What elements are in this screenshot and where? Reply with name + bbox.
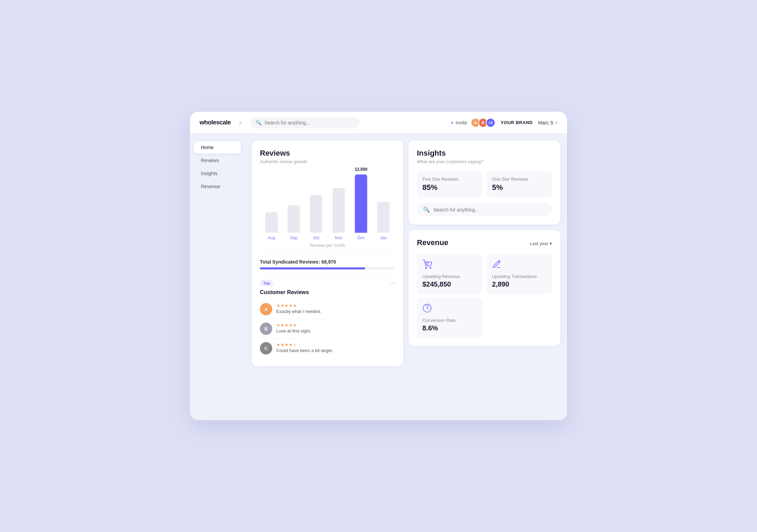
search-icon: 🔍 — [256, 120, 262, 125]
review-text-2: Love at first sight. — [276, 328, 311, 334]
bar-oct-fill — [310, 195, 322, 233]
chart-x-axis: Aug Sep Oct Nov Dec Jan — [260, 235, 395, 240]
expand-icon[interactable]: » — [236, 118, 245, 127]
right-column: Insights What are your customers saying?… — [409, 141, 560, 366]
month-oct: Oct — [308, 235, 324, 240]
one-star-label: One Star Reviews — [492, 177, 546, 182]
stars-3: ★★★★★ — [276, 342, 333, 347]
reviewer-avatar-1: A — [260, 303, 272, 315]
bar-aug-fill — [265, 212, 278, 233]
upselling-revenue-value: $245,850 — [422, 280, 477, 288]
conversion-rate-card: Conversion Rate 8.6% — [417, 298, 482, 338]
review-item-3: C ★★★★★ Could have been a bit larger. — [260, 339, 395, 358]
upselling-revenue-card: Upselling Revenue $245,850 — [417, 254, 482, 294]
bar-sep-fill — [288, 205, 300, 233]
month-nov: Nov — [331, 235, 347, 240]
five-star-value: 85% — [422, 183, 477, 192]
review-text-1: Exactly what I needed. — [276, 309, 321, 314]
revenue-grid: Upselling Revenue $245,850 Upselling Tra… — [417, 254, 552, 338]
invite-label: Invite — [456, 120, 467, 125]
chart-area: 12,500 — [260, 171, 395, 233]
reviews-subtitle: Authentic review growth — [260, 159, 395, 164]
user-info[interactable]: Marc S ▾ — [538, 120, 557, 125]
progress-bar-bg — [260, 267, 395, 269]
five-star-label: Five Star Reviews — [422, 177, 477, 182]
review-content-3: ★★★★★ Could have been a bit larger. — [276, 342, 333, 353]
header-search-input[interactable] — [264, 120, 355, 125]
upselling-revenue-label: Upselling Revenue — [422, 274, 477, 279]
month-aug: Aug — [263, 235, 279, 240]
month-jan: Jan — [375, 235, 392, 240]
bar-dec-fill: 12,500 — [355, 174, 367, 233]
month-sep: Sep — [286, 235, 302, 240]
revenue-card: Revenue Last year ▾ — [409, 230, 560, 346]
top-tag: Top — [260, 280, 273, 286]
chevron-down-icon: ▾ — [550, 241, 552, 246]
reviews-header: Top ··· — [260, 275, 395, 289]
reviewer-avatar-3: C — [260, 342, 272, 354]
sidebar-item-revenue[interactable]: Revenue — [194, 180, 241, 193]
invite-button[interactable]: + Invite — [451, 120, 467, 125]
progress-bar-fill — [260, 267, 365, 269]
review-text-3: Could have been a bit larger. — [276, 348, 333, 353]
avatar-count: +2 — [486, 118, 495, 128]
insights-subtitle: What are your customers saying? — [417, 159, 552, 164]
insights-card: Insights What are your customers saying?… — [409, 141, 560, 225]
main-layout: Home Reviews Insights Revenue Reviews Au… — [190, 134, 567, 373]
bar-dec-value: 12,500 — [355, 167, 368, 172]
bar-sep — [286, 205, 302, 233]
header-right: + Invite A B +2 YOUR BRAND Marc S ▾ — [451, 118, 557, 128]
sidebar-item-insights[interactable]: Insights — [194, 167, 241, 180]
svg-point-2 — [426, 262, 429, 265]
content: Reviews Authentic review growth — [245, 134, 567, 373]
insights-search-icon: 🔍 — [423, 206, 430, 213]
insights-stats: Five Star Reviews 85% One Star Reviews 5… — [417, 171, 552, 197]
bar-jan — [375, 202, 392, 233]
header-search[interactable]: 🔍 — [250, 117, 360, 128]
period-dropdown[interactable]: Last year ▾ — [530, 241, 552, 246]
month-dec: Dec — [353, 235, 369, 240]
cart-icon — [422, 259, 477, 271]
bar-jan-fill — [377, 202, 389, 233]
review-content-1: ★★★★★ Exactly what I needed. — [276, 303, 321, 314]
bar-dec: 12,500 — [353, 174, 369, 233]
header: wholescale » 🔍 + Invite A B +2 YOUR BRAN… — [190, 112, 567, 134]
review-item-2: B ★★★★★ Love at first sight. — [260, 319, 395, 339]
bar-oct — [308, 195, 324, 233]
user-name: Marc S — [538, 120, 553, 125]
insights-search-input[interactable] — [433, 207, 546, 213]
conversion-icon — [422, 303, 477, 315]
sidebar-item-reviews[interactable]: Reviews — [194, 154, 241, 167]
svg-point-0 — [425, 267, 427, 269]
avatars: A B +2 — [473, 118, 495, 128]
bar-nov-fill — [333, 188, 345, 233]
insights-title: Insights — [417, 149, 552, 158]
stars-1: ★★★★★ — [276, 303, 321, 308]
revenue-header: Revenue Last year ▾ — [417, 238, 552, 249]
customer-reviews-title: Customer Reviews — [260, 289, 395, 295]
conversion-rate-value: 8.6% — [422, 324, 477, 332]
stars-2: ★★★★★ — [276, 323, 311, 328]
revenue-title: Revenue — [417, 238, 448, 247]
sidebar: Home Reviews Insights Revenue — [190, 134, 245, 373]
insights-search[interactable]: 🔍 — [417, 203, 552, 216]
app-window: wholescale » 🔍 + Invite A B +2 YOUR BRAN… — [190, 112, 567, 420]
upselling-transactions-label: Upselling Transactions — [492, 274, 546, 279]
period-label: Last year — [530, 241, 548, 246]
bar-aug — [263, 212, 279, 233]
upselling-transactions-value: 2,890 — [492, 280, 546, 288]
logo: wholescale — [200, 119, 231, 126]
svg-point-1 — [430, 267, 431, 269]
review-item-1: A ★★★★★ Exactly what I needed. — [260, 300, 395, 319]
more-options-icon[interactable]: ··· — [390, 279, 395, 287]
chevron-down-icon: ▾ — [555, 120, 557, 125]
chart-x-label: Reviews per month — [260, 243, 395, 248]
bar-nov — [331, 188, 347, 233]
customer-reviews-section: Top ··· Customer Reviews A ★★★★★ Exactly… — [260, 275, 395, 358]
sidebar-item-home[interactable]: Home — [194, 141, 241, 154]
reviewer-avatar-2: B — [260, 323, 272, 335]
five-star-stat: Five Star Reviews 85% — [417, 171, 482, 197]
brand-label: YOUR BRAND — [501, 120, 533, 125]
one-star-value: 5% — [492, 183, 546, 192]
reviews-card: Reviews Authentic review growth — [252, 141, 403, 366]
